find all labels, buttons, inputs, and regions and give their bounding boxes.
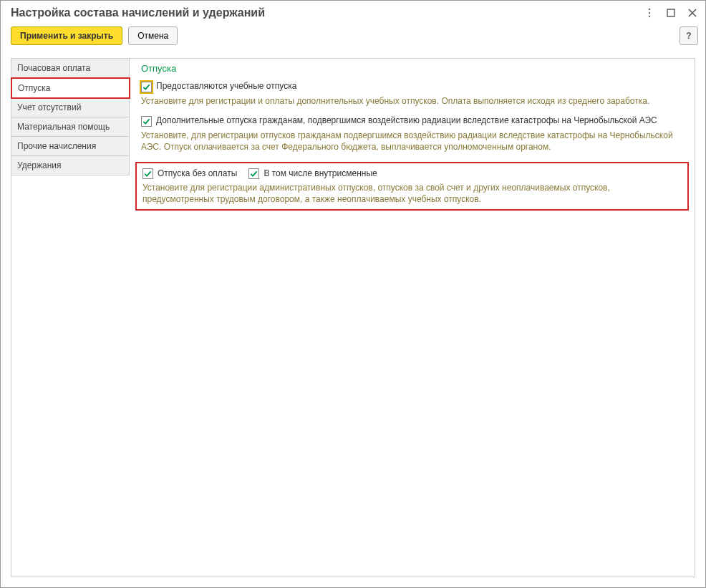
cancel-button[interactable]: Отмена: [128, 26, 178, 45]
checkbox-intrashift[interactable]: [248, 168, 259, 179]
checkbox-chernobyl-leave[interactable]: [141, 116, 152, 127]
window-title: Настройка состава начислений и удержаний: [11, 6, 644, 19]
kebab-icon[interactable]: [644, 7, 655, 19]
apply-and-close-button[interactable]: Применить и закрыть: [11, 26, 122, 45]
sidebar: Почасовая оплата Отпуска Учет отсутствий…: [11, 59, 130, 577]
highlight-group-unpaid-leave: Отпуска без оплаты В том числе внутрисме…: [135, 162, 689, 211]
tab-material-aid[interactable]: Материальная помощь: [11, 117, 130, 137]
svg-point-2: [649, 16, 650, 17]
label-study-leave: Предоставляются учебные отпуска: [156, 81, 296, 91]
close-icon[interactable]: [687, 7, 698, 19]
svg-point-1: [649, 12, 650, 14]
checkbox-study-leave[interactable]: [141, 82, 152, 92]
tab-vacations[interactable]: Отпуска: [11, 77, 130, 99]
maximize-icon[interactable]: [665, 7, 677, 19]
help-button[interactable]: ?: [680, 26, 698, 45]
label-chernobyl-leave: Дополнительные отпуска гражданам, подвер…: [156, 115, 657, 125]
tab-absences[interactable]: Учет отсутствий: [11, 98, 130, 117]
section-title: Отпуска: [141, 63, 683, 74]
checkbox-unpaid-leave[interactable]: [142, 168, 153, 179]
label-unpaid-leave: Отпуска без оплаты: [158, 168, 237, 178]
help-study-leave: Установите для регистрации и оплаты допо…: [141, 95, 683, 107]
label-intrashift: В том числе внутрисменные: [263, 168, 377, 178]
svg-point-0: [649, 9, 650, 10]
tab-deductions[interactable]: Удержания: [11, 156, 130, 175]
svg-rect-3: [667, 9, 674, 16]
help-chernobyl-leave: Установите, для регистрации отпусков гра…: [141, 130, 683, 153]
tab-hourly-pay[interactable]: Почасовая оплата: [11, 59, 130, 78]
help-unpaid-leave: Установите для регистрации административ…: [142, 182, 682, 205]
tab-other-accruals[interactable]: Прочие начисления: [11, 137, 130, 156]
